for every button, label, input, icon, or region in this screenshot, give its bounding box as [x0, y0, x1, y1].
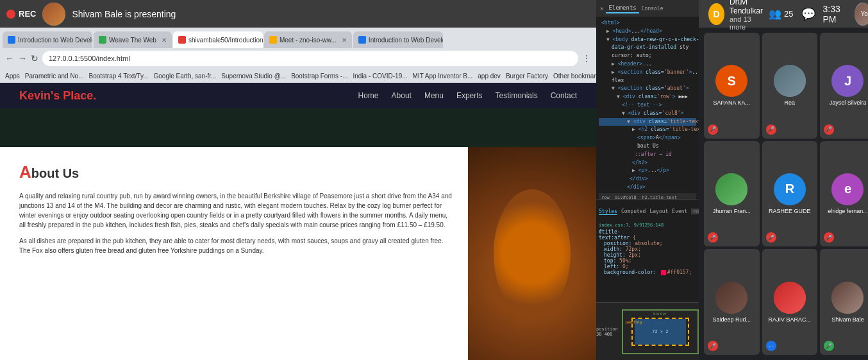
mute-icon-saideep: 🎤 [708, 341, 718, 351]
bookmark-11[interactable]: Other bookmarks [553, 73, 596, 80]
html-line-selected: ▼ <div class='title-text'> [599, 118, 696, 126]
refresh-button[interactable]: ↻ [31, 53, 38, 64]
devtools-panel: ✕ Elements Console <html> ▶ <head>...</h… [596, 0, 699, 360]
presenter-avatar [42, 3, 65, 26]
presenter-name: Shivam Bale is presenting [72, 9, 176, 19]
tab-2[interactable]: Weave The Web ✕ [94, 31, 172, 48]
bookmark-9[interactable]: app dev [478, 73, 501, 80]
about-image [468, 147, 596, 360]
devtools-tab-elements[interactable]: Elements [606, 3, 638, 13]
browser-area: REC Shivam Bale is presenting Introducti… [0, 0, 596, 360]
back-button[interactable]: ← [5, 53, 14, 64]
browser-window: Introduction to Web Developme... ✕ Weave… [0, 28, 596, 360]
color-swatch [661, 270, 666, 275]
html-line: <!-- text --> [599, 101, 696, 110]
html-line: <html> [599, 19, 696, 28]
bookmark-5[interactable]: Supernova Studio @... [221, 73, 286, 80]
tab-4-label: Meet - zno-iso-ww... [280, 37, 337, 44]
tab-4[interactable]: Meet - zno-iso-ww... ✕ [264, 31, 352, 48]
druvi-avatar: D [708, 3, 724, 25]
participant-name-sapana: SAPANA KA... [714, 99, 750, 106]
bookmark-apps[interactable]: Apps [5, 73, 20, 80]
druvi-text: Druvi Tendulkar and 13 more [730, 0, 769, 31]
tab-3-favicon [178, 36, 186, 44]
html-line: ▼ <section class='about'> [599, 85, 696, 93]
tab-5[interactable]: Introduction to Web Developm... ✕ [353, 31, 443, 48]
css-rule-title: #title- [599, 229, 696, 235]
bookmark-8[interactable]: MIT App Inventor B... [413, 73, 473, 80]
tab-bar: Introduction to Web Developme... ✕ Weave… [0, 28, 596, 48]
html-line: cursor: auto; [599, 52, 696, 60]
menu-button[interactable]: ⋮ [582, 53, 591, 64]
address-bar[interactable]: 127.0.0.1:5500/index.html [42, 51, 578, 66]
mute-icon-rajiv: ··· [766, 341, 776, 351]
mute-icon-sapana: 🎤 [708, 124, 718, 135]
bookmark-4[interactable]: Google Earth, san-fr... [154, 73, 217, 80]
css-prop-width: width: 72px; [599, 246, 696, 252]
nav-home[interactable]: Home [358, 91, 379, 100]
participant-count[interactable]: 👥 25 [769, 8, 793, 20]
layout-tab[interactable]: Layout [649, 209, 668, 214]
participant-avatar-saideep [715, 282, 747, 314]
recording-bar: REC Shivam Bale is presenting [0, 0, 596, 28]
padding-label: padding [626, 320, 642, 324]
computed-tab[interactable]: Computed [621, 209, 646, 214]
tab-3[interactable]: shivambale50/Introduction-to-... ✕ [173, 31, 263, 48]
position-label: position30 400 [596, 327, 618, 337]
participant-name-rea: Rea [785, 99, 796, 106]
html-line: <span>A</span> [599, 134, 696, 142]
tab-4-favicon [269, 36, 277, 44]
styles-toolbar: Styles Computed Layout Event :hov .cls + [599, 203, 696, 220]
participant-card-rea: Rea 🎤 [762, 33, 818, 139]
bookmark-3[interactable]: Bootstrap 4 Text/Ty... [89, 73, 149, 80]
participant-avatar-elridge: e [831, 173, 864, 205]
nav-about[interactable]: About [392, 91, 412, 100]
right-sidebar: D Druvi Tendulkar and 13 more 👥 25 💬 3:3… [699, 0, 868, 360]
html-line: </div> [599, 184, 696, 192]
mute-icon-shivam: 🎤 [824, 341, 834, 351]
styles-tab[interactable]: Styles [599, 209, 617, 215]
participant-name-elridge: elridge fernan... [828, 208, 868, 214]
mute-icon-jhurran: 🎤 [708, 232, 718, 243]
address-bar-row: ← → ↻ 127.0.0.1:5500/index.html ⋮ [0, 48, 596, 69]
right-controls: 👥 25 💬 3:33 PM You [769, 3, 868, 26]
devtools-close[interactable]: ✕ [600, 5, 603, 12]
mute-icon-elridge: 🎤 [824, 232, 834, 243]
devtools-tab-console[interactable]: Console [642, 6, 664, 12]
bookmark-6[interactable]: Bootstrap Forms -... [291, 73, 347, 80]
devtools-html: <html> ▶ <head>...</head> ▼ <body data-n… [596, 17, 699, 200]
html-line: ▶ <section class='banner'>... [599, 69, 696, 77]
nav-testimonials[interactable]: Testimonials [496, 91, 538, 100]
chat-icon[interactable]: 💬 [801, 7, 815, 21]
bookmark-7[interactable]: India - COVID-19... [353, 73, 408, 80]
nav-contact[interactable]: Contact [551, 91, 577, 100]
tab-1[interactable]: Introduction to Web Developme... ✕ [3, 31, 92, 48]
tab-3-label: shivambale50/Introduction-to-... [188, 37, 263, 44]
tab-5-label: Introduction to Web Developm... [369, 37, 443, 44]
forward-button[interactable]: → [18, 53, 27, 64]
tab-4-close[interactable]: ✕ [342, 37, 347, 44]
about-letter-a: A [19, 162, 31, 182]
participant-name-saideep: Saideep Rud... [713, 316, 751, 323]
participant-name-shivam: Shivam Bale [831, 316, 864, 323]
styles-filter[interactable] [691, 209, 699, 214]
mute-icon-rea: 🎤 [766, 124, 776, 135]
bookmarks-bar: Apps Parametric and No... Bootstrap 4 Te… [0, 69, 596, 83]
rec-button[interactable]: REC [6, 9, 36, 19]
nav-experts[interactable]: Experts [456, 91, 483, 100]
bookmark-2[interactable]: Parametric and No... [25, 73, 84, 80]
about-paragraph-1: A quality and relaxing rural country pub… [19, 191, 455, 230]
event-tab[interactable]: Event [672, 209, 687, 214]
css-prop-top: top: 50%; [599, 258, 696, 264]
tab-2-close[interactable]: ✕ [162, 37, 167, 44]
site-logo: Kevin's Place. [19, 89, 96, 103]
css-prop-left: left: 0; [599, 264, 696, 270]
border-label: border [653, 311, 667, 316]
html-line: </h2> [599, 159, 696, 167]
browser-chrome: Introduction to Web Developme... ✕ Weave… [0, 28, 596, 83]
nav-menu[interactable]: Menu [424, 91, 444, 100]
css-prop-height: height: 2px; [599, 252, 696, 258]
bookmark-10[interactable]: Burger Factory [506, 73, 548, 80]
you-label: You [855, 3, 868, 26]
count-number: 25 [784, 9, 793, 19]
